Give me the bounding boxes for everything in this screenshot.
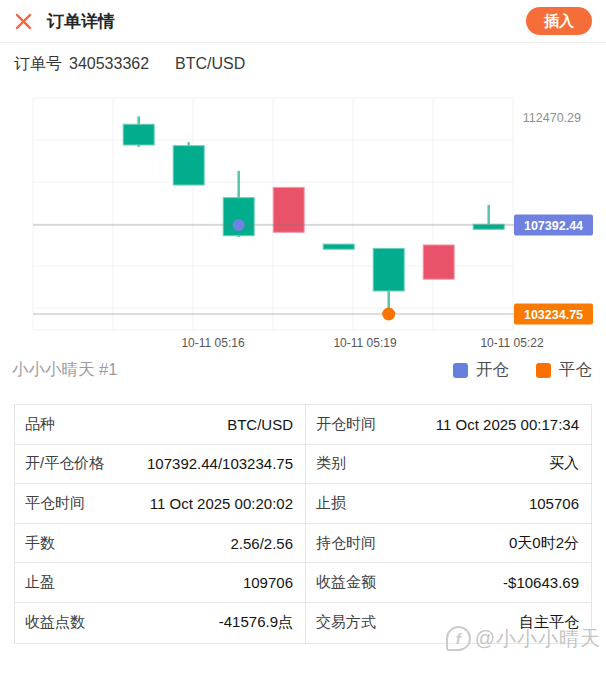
field-value: BTC/USD — [227, 416, 293, 433]
field-label: 止损 — [316, 494, 346, 513]
svg-text:107392.44: 107392.44 — [524, 219, 583, 233]
field-value: 107392.44/103234.75 — [147, 455, 293, 472]
order-info-line: 订单号 340533362 BTC/USD — [14, 54, 245, 75]
table-row: 手数2.56/2.56 持仓时间0天0时2分 — [15, 524, 591, 564]
close-icon — [15, 13, 32, 30]
field-label: 平仓时间 — [25, 494, 85, 513]
svg-text:112470.29: 112470.29 — [523, 111, 581, 125]
table-row: 止盈109706 收益金额-$10643.69 — [15, 563, 591, 603]
legend-item-open: 开仓 — [453, 359, 509, 381]
field-label: 开仓时间 — [316, 415, 376, 434]
table-row: 平仓时间11 Oct 2025 00:20:02 止损105706 — [15, 484, 591, 524]
order-number-label: 订单号 — [14, 54, 62, 75]
field-value: 买入 — [549, 454, 579, 473]
field-value: 自主平仓 — [519, 613, 579, 632]
account-name: 小小小晴天 #1 — [12, 359, 117, 381]
field-value: 11 Oct 2025 00:17:34 — [436, 416, 579, 433]
field-value: -41576.9点 — [219, 613, 293, 632]
field-label: 类别 — [316, 454, 346, 473]
order-symbol: BTC/USD — [175, 55, 245, 73]
page-title: 订单详情 — [47, 10, 115, 33]
candlestick-chart[interactable]: 107392.44103234.75112470.2910-11 05:1610… — [0, 88, 606, 356]
field-value: 0天0时2分 — [509, 534, 579, 553]
field-label: 开/平仓价格 — [25, 454, 104, 473]
order-detail-table: 品种BTC/USD 开仓时间11 Oct 2025 00:17:34 开/平仓价… — [14, 404, 592, 644]
insert-button[interactable]: 插入 — [526, 7, 592, 36]
field-label: 交易方式 — [316, 613, 376, 632]
open-position-swatch — [453, 363, 468, 378]
table-row: 开/平仓价格107392.44/103234.75 类别买入 — [15, 445, 591, 485]
field-value: 105706 — [529, 495, 579, 512]
order-number-value: 340533362 — [69, 55, 149, 73]
table-row: 收益点数-41576.9点 交易方式自主平仓 — [15, 603, 591, 643]
order-details-page: 订单详情 插入 订单号 340533362 BTC/USD 107392.441… — [0, 0, 606, 678]
svg-text:10-11 05:16: 10-11 05:16 — [181, 336, 244, 350]
field-value: 2.56/2.56 — [230, 535, 293, 552]
chart-legend-row: 小小小晴天 #1 开仓 平仓 — [0, 356, 606, 384]
field-label: 品种 — [25, 415, 55, 434]
field-label: 止盈 — [25, 573, 55, 592]
svg-text:10-11 05:22: 10-11 05:22 — [480, 336, 543, 350]
field-label: 持仓时间 — [316, 534, 376, 553]
field-label: 收益金额 — [316, 573, 376, 592]
table-row: 品种BTC/USD 开仓时间11 Oct 2025 00:17:34 — [15, 405, 591, 445]
chart-legend: 开仓 平仓 — [453, 359, 592, 381]
field-value: 109706 — [243, 574, 293, 591]
close-position-swatch — [536, 363, 551, 378]
field-label: 手数 — [25, 534, 55, 553]
open-position-label: 开仓 — [476, 359, 509, 381]
legend-item-close: 平仓 — [536, 359, 592, 381]
field-value: -$10643.69 — [503, 574, 579, 591]
close-button[interactable] — [14, 12, 32, 30]
svg-text:103234.75: 103234.75 — [524, 308, 583, 322]
close-position-label: 平仓 — [559, 359, 592, 381]
field-label: 收益点数 — [25, 613, 85, 632]
header-bar: 订单详情 插入 — [0, 0, 606, 43]
field-value: 11 Oct 2025 00:20:02 — [150, 495, 293, 512]
svg-text:10-11 05:19: 10-11 05:19 — [333, 336, 396, 350]
